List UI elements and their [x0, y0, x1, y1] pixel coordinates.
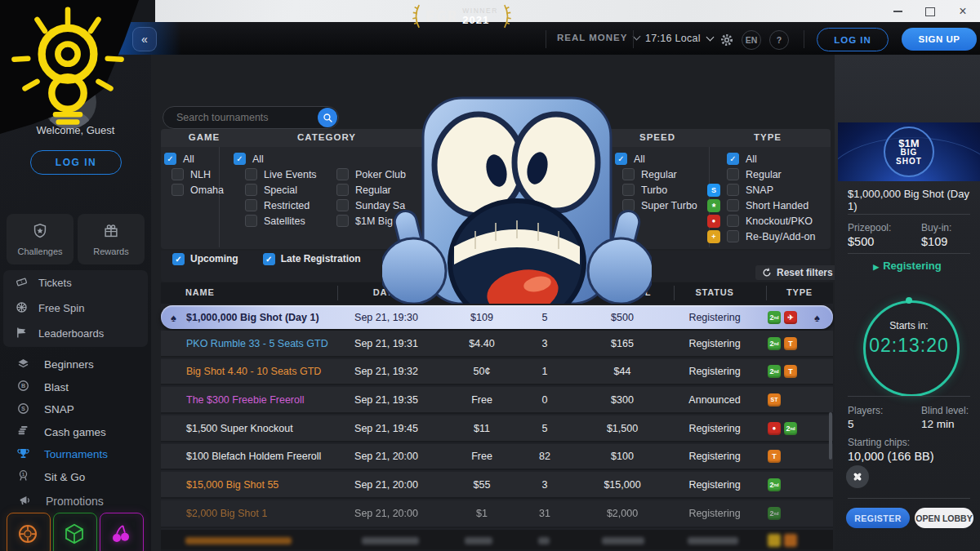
checkbox[interactable]: ✓ — [263, 253, 275, 265]
cell-status: Registering — [674, 423, 755, 434]
sidebar-item-tournaments[interactable]: Tournaments — [0, 443, 151, 466]
sidebar-item-beginners[interactable]: Beginners — [0, 353, 151, 376]
table-row[interactable]: The $300 Freebie FreerollSep 21, 19:35Fr… — [161, 387, 833, 414]
register-button[interactable]: REGISTER — [846, 508, 910, 528]
checkbox[interactable]: ✓ — [172, 184, 184, 196]
table-row[interactable]: $1,500 Super KnockoutSep 21, 19:45$115$1… — [161, 415, 833, 442]
svg-text:S: S — [21, 405, 25, 412]
filter-option[interactable]: *✓Short Handed — [707, 199, 815, 211]
table-row-partial — [161, 530, 833, 551]
search-icon[interactable] — [318, 108, 337, 127]
local-time-dropdown[interactable]: 17:16 Local — [645, 33, 713, 44]
filter-option[interactable]: ✓Special — [245, 184, 317, 196]
checkbox[interactable]: ✓ — [245, 184, 257, 196]
checkbox[interactable]: ✓ — [336, 199, 349, 211]
checkbox[interactable]: ✓ — [172, 168, 184, 180]
sidebar-item-leaderboards[interactable]: Leaderboards — [3, 321, 148, 346]
checkbox[interactable]: ✓ — [336, 168, 349, 180]
cell-players: 3 — [512, 338, 577, 349]
column-header-status[interactable]: STATUS — [674, 287, 755, 297]
status-filter-upcoming[interactable]: ✓Upcoming — [172, 253, 238, 265]
login-button[interactable]: LOG IN — [817, 28, 889, 51]
badge-2nd-icon: 2nd — [784, 422, 797, 435]
badge-rebuy-icon: + — [707, 230, 720, 243]
filter-option[interactable]: ✓Omaha — [172, 184, 224, 196]
checkbox[interactable]: ✓ — [727, 168, 739, 180]
badge-T-icon: T — [768, 450, 781, 463]
casino-game-tile[interactable] — [100, 513, 144, 551]
filter-option[interactable]: ✓NLH — [172, 168, 224, 180]
column-header-name[interactable]: NAME — [185, 287, 215, 297]
filter-option[interactable]: ●✓Knockout/PKO — [707, 215, 815, 227]
checkbox[interactable]: ✓ — [727, 215, 739, 227]
cell-type-badges: 2ndT — [768, 365, 797, 378]
sidebar-item-label: Blast — [44, 381, 69, 393]
table-row[interactable]: $100 Blefach Holdem FreerollSep 21, 20:0… — [161, 444, 833, 470]
checkbox[interactable]: ✓ — [727, 184, 739, 196]
table-row[interactable]: ♠♠$1,000,000 Big Shot (Day 1)Sep 21, 19:… — [161, 305, 833, 329]
cell-buyin: $11 — [449, 423, 514, 434]
challenges-tile[interactable]: Challenges — [7, 214, 74, 264]
filter-option[interactable]: ✓Live Events — [245, 168, 317, 180]
sidebar-item-sit-go[interactable]: 1Sit & Go — [0, 466, 151, 489]
open-lobby-button[interactable]: OPEN LOBBY — [915, 508, 973, 528]
filter-option[interactable]: ✓Satellites — [245, 215, 317, 227]
table-row[interactable]: $15,000 Big Shot 55Sep 21, 20:00$553$15,… — [161, 472, 833, 499]
filter-option-label: Satellites — [264, 216, 305, 227]
countdown-dot — [906, 297, 912, 304]
column-header-type[interactable]: TYPE — [766, 287, 833, 297]
cell-status: Registering — [674, 451, 755, 462]
sidebar-item-cash-games[interactable]: Cash games — [0, 421, 151, 444]
filter-option-label: Live Events — [264, 169, 317, 180]
table-row[interactable]: Big Shot 4.40 - 10 Seats GTDSep 21, 19:3… — [161, 359, 833, 385]
checkbox[interactable]: ✓ — [336, 184, 349, 196]
rewards-tile[interactable]: Rewards — [78, 214, 145, 264]
divider — [848, 253, 970, 254]
close-button[interactable]: × — [949, 3, 977, 20]
cell-date: Sep 21, 20:00 — [337, 451, 435, 462]
sidebar-item-promotions[interactable]: Promotions — [0, 490, 169, 513]
maximize-button[interactable] — [916, 3, 944, 20]
cell-prizepool: $165 — [581, 338, 663, 349]
checkbox[interactable]: ✓ — [727, 153, 739, 165]
filter-option[interactable]: ✓Regular — [707, 168, 815, 180]
scrollbar-thumb[interactable] — [829, 412, 832, 460]
sidebar-item-blast[interactable]: BBlast — [0, 376, 151, 399]
checkbox[interactable]: ✓ — [727, 199, 739, 211]
buyin-label: Buy-in: — [921, 222, 951, 233]
status-filter-late-registration[interactable]: ✓Late Registration — [263, 253, 361, 265]
cell-type-badges: 2ndT — [768, 337, 797, 350]
casino-game-tile[interactable] — [53, 513, 97, 551]
filter-option[interactable]: S✓SNAP — [707, 184, 815, 196]
checkbox[interactable]: ✓ — [336, 215, 349, 227]
sidebar-item-tickets[interactable]: Tickets — [3, 270, 148, 295]
signup-button[interactable]: SIGN UP — [902, 28, 977, 51]
language-button[interactable]: EN — [742, 30, 761, 50]
checkbox[interactable]: ✓ — [727, 230, 739, 242]
status-filter-label: Late Registration — [281, 253, 361, 264]
help-button[interactable]: ? — [769, 30, 789, 50]
minimize-button[interactable] — [884, 3, 911, 20]
checkbox[interactable]: ✓ — [172, 253, 185, 265]
real-money-dropdown[interactable]: REAL MONEY — [557, 33, 639, 42]
checkbox[interactable]: ✓ — [245, 168, 257, 180]
status-filter-label: Upcoming — [190, 253, 238, 264]
filter-option-label: Re-Buy/Add-on — [746, 231, 815, 242]
filter-option[interactable]: +✓Re-Buy/Add-on — [707, 230, 815, 242]
filter-group-category: ✓All — [234, 153, 264, 168]
table-row[interactable]: PKO Rumble 33 - 5 Seats GTDSep 21, 19:31… — [161, 331, 833, 358]
filter-option[interactable]: ✓Restricted — [245, 199, 317, 211]
settings-gear-icon[interactable] — [719, 33, 734, 47]
checkbox[interactable]: ✓ — [245, 199, 257, 211]
sidebar-item-free-spin[interactable]: Free Spin — [3, 295, 148, 321]
sidebar-item-snap[interactable]: SSNAP — [0, 398, 151, 421]
checkbox[interactable]: ✓ — [245, 215, 257, 227]
table-row[interactable]: $2,000 Big Shot 1Sep 21, 20:00$131$2,000… — [161, 500, 833, 528]
checkbox[interactable]: ✓ — [234, 153, 246, 165]
casino-game-tile[interactable] — [7, 513, 51, 551]
reset-filters-button[interactable]: Reset filters — [755, 265, 840, 280]
cell-status: Registering — [674, 338, 755, 349]
filter-option[interactable]: ✓All — [707, 153, 815, 165]
nav-separator — [804, 30, 804, 48]
filter-option[interactable]: ✓All — [234, 153, 264, 165]
